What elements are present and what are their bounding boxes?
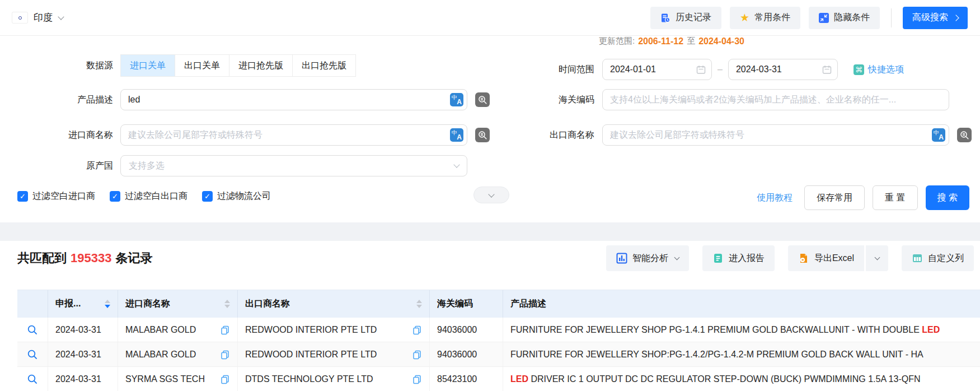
data-source-label: 数据源 bbox=[0, 60, 113, 72]
data-source-row: 数据源 进口关单 出口关单 进口抢先版 出口抢先版 bbox=[0, 55, 356, 76]
results-actions: 智能分析 进入报告 导出Excel bbox=[606, 245, 974, 271]
row-importer-cell: MALABAR GOLD bbox=[118, 342, 238, 366]
tab-export-preview[interactable]: 出口抢先版 bbox=[293, 55, 355, 76]
row-date-cell: 2024-03-31 bbox=[48, 342, 118, 366]
sort-control[interactable] bbox=[224, 300, 230, 308]
copy-icon[interactable] bbox=[220, 325, 230, 335]
row-detail-cell bbox=[17, 367, 48, 391]
tab-label: 出口抢先版 bbox=[302, 60, 346, 70]
translate-icon[interactable]: 中A bbox=[450, 93, 463, 106]
table-row: 2024-03-31 MALABAR GOLD REDWOOD INTERIOR… bbox=[17, 318, 980, 342]
product-description: LED DRIVER IC 1 OUTPUT DC DC REGULATOR S… bbox=[510, 367, 921, 391]
copy-icon[interactable] bbox=[220, 374, 230, 384]
row-hscode-cell: 85423100 bbox=[430, 367, 503, 391]
copy-icon[interactable] bbox=[412, 374, 422, 384]
favorite-conditions-button[interactable]: ★ 常用条件 bbox=[730, 7, 800, 29]
product-description: FURNITURE FOR JEWELLERY SHOP PG-1.4.1 PR… bbox=[510, 318, 940, 342]
product-desc-input[interactable] bbox=[120, 89, 467, 110]
advanced-search-button[interactable]: 高级搜索 bbox=[903, 7, 968, 29]
copy-icon[interactable] bbox=[412, 325, 422, 335]
hs-code-row: 海关编码 bbox=[487, 89, 949, 110]
calendar-icon bbox=[822, 65, 832, 75]
collapse-filters-button[interactable] bbox=[473, 187, 509, 203]
header-cell-desc: 产品描述 bbox=[503, 290, 980, 318]
column-title: 海关编码 bbox=[437, 298, 473, 310]
importer-input[interactable] bbox=[120, 124, 467, 146]
update-range-label: 更新范围: bbox=[599, 36, 635, 46]
tab-import-declaration[interactable]: 进口关单 bbox=[121, 55, 175, 76]
export-excel-button[interactable]: 导出Excel bbox=[788, 245, 864, 271]
export-options-button[interactable] bbox=[866, 245, 888, 271]
fuzzy-match-toggle[interactable] bbox=[957, 128, 972, 142]
row-search-icon[interactable] bbox=[27, 349, 38, 360]
row-search-icon[interactable] bbox=[27, 324, 38, 336]
save-favorite-button[interactable]: 保存常用 bbox=[804, 185, 865, 210]
top-bar-actions: 历史记录 ★ 常用条件 隐藏条件 高级搜索 bbox=[650, 7, 968, 29]
history-button[interactable]: 历史记录 bbox=[650, 7, 721, 29]
copy-icon[interactable] bbox=[412, 350, 422, 360]
hide-conditions-button[interactable]: 隐藏条件 bbox=[809, 7, 880, 29]
data-source-tabs: 进口关单 出口关单 进口抢先版 出口抢先版 bbox=[120, 54, 356, 77]
custom-columns-button[interactable]: 自定义列 bbox=[902, 245, 974, 271]
importer-name[interactable]: MALABAR GOLD bbox=[125, 350, 196, 360]
table-row: 2024-03-31 SYRMA SGS TECH DTDS TECHNOLOG… bbox=[17, 367, 980, 391]
reset-button[interactable]: 重 置 bbox=[873, 185, 917, 210]
date-range-separator: – bbox=[718, 64, 723, 75]
tutorial-link[interactable]: 使用教程 bbox=[757, 192, 793, 204]
enter-report-button[interactable]: 进入报告 bbox=[702, 245, 775, 271]
product-desc-label: 产品描述 bbox=[0, 94, 113, 106]
translate-icon[interactable]: 中A bbox=[932, 128, 945, 142]
keyword-highlight: LED bbox=[922, 325, 940, 334]
hs-code-value: 94036000 bbox=[437, 350, 477, 360]
results-table: 申报... 进口商名称 出口商名称 海关编码 产品描述 bbox=[17, 290, 980, 391]
hs-code-input[interactable] bbox=[602, 89, 949, 110]
importer-name[interactable]: MALABAR GOLD bbox=[125, 325, 196, 335]
star-icon: ★ bbox=[740, 12, 749, 23]
column-title: 出口商名称 bbox=[245, 298, 290, 310]
export-excel-icon bbox=[798, 253, 809, 264]
copy-icon[interactable] bbox=[220, 350, 230, 360]
origin-country-placeholder: 支持多选 bbox=[129, 160, 165, 172]
row-exporter-cell: REDWOOD INTERIOR PTE LTD bbox=[238, 318, 430, 342]
calendar-icon bbox=[696, 65, 706, 75]
sort-control[interactable] bbox=[416, 300, 422, 308]
search-button[interactable]: 搜 索 bbox=[926, 185, 969, 210]
row-search-icon[interactable] bbox=[27, 374, 38, 385]
exporter-name[interactable]: DTDS TECHNOLOGY PTE LTD bbox=[245, 374, 373, 384]
export-excel-label: 导出Excel bbox=[814, 253, 854, 264]
chevron-right-icon bbox=[953, 15, 959, 21]
country-picker[interactable]: 印度 bbox=[12, 11, 63, 24]
header-cell-detail bbox=[17, 290, 48, 318]
checkbox-filter-blank-importer[interactable]: ✓ 过滤空白进口商 bbox=[17, 190, 95, 202]
header-cell-importer: 进口商名称 bbox=[118, 290, 238, 318]
origin-country-select[interactable]: 支持多选 bbox=[120, 155, 467, 176]
translate-icon[interactable]: 中A bbox=[450, 128, 463, 142]
start-date-input[interactable]: 2024-01-01 bbox=[602, 59, 712, 80]
exporter-input[interactable] bbox=[602, 124, 949, 146]
product-description: FURNITURE FOR JEWELLERY SHOP:PG-1.4.2/PG… bbox=[510, 342, 923, 366]
quick-options-button[interactable]: ⌘ 快捷选项 bbox=[854, 64, 904, 76]
column-title: 进口商名称 bbox=[125, 298, 170, 310]
divider bbox=[891, 8, 892, 27]
exporter-row: 出口商名称 中A bbox=[487, 124, 972, 146]
row-detail-cell bbox=[17, 342, 48, 366]
importer-name[interactable]: SYRMA SGS TECH bbox=[125, 374, 205, 384]
row-desc-cell: FURNITURE FOR JEWELLERY SHOP PG-1.4.1 PR… bbox=[503, 318, 980, 342]
country-name: 印度 bbox=[34, 11, 53, 24]
smart-analysis-button[interactable]: 智能分析 bbox=[606, 245, 689, 271]
tab-import-preview[interactable]: 进口抢先版 bbox=[229, 55, 293, 76]
chevron-down-icon bbox=[874, 255, 880, 260]
header-cell-date: 申报... bbox=[48, 290, 118, 318]
exporter-name[interactable]: REDWOOD INTERIOR PTE LTD bbox=[245, 350, 377, 360]
checkbox-label: 过滤空白出口商 bbox=[125, 190, 187, 202]
checkbox-filter-blank-exporter[interactable]: ✓ 过滤空白出口商 bbox=[110, 190, 187, 202]
end-date-input[interactable]: 2024-03-31 bbox=[728, 59, 838, 80]
trade-data-search-page: 印度 历史记录 ★ 常用条件 隐藏条件 高级搜索 数 bbox=[0, 0, 980, 391]
tab-export-declaration[interactable]: 出口关单 bbox=[175, 55, 229, 76]
match-search-icon bbox=[478, 131, 487, 140]
checkbox-filter-logistics[interactable]: ✓ 过滤物流公司 bbox=[202, 190, 271, 202]
row-hscode-cell: 94036000 bbox=[430, 342, 503, 366]
sort-control[interactable] bbox=[105, 300, 110, 308]
section-separator bbox=[0, 222, 980, 241]
exporter-name[interactable]: REDWOOD INTERIOR PTE LTD bbox=[245, 325, 377, 335]
